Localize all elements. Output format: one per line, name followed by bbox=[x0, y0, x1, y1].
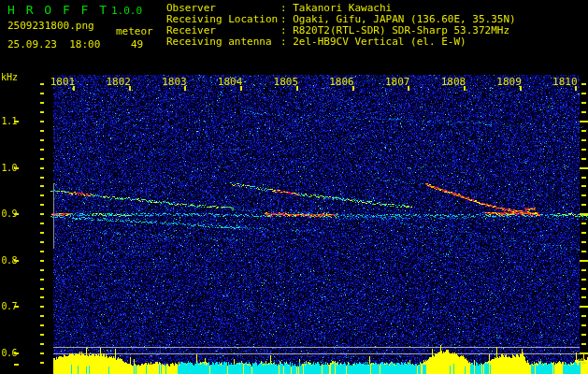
freq-tick-label: 1.0 bbox=[0, 163, 17, 173]
app-version: 1.0.0 bbox=[111, 5, 142, 17]
freq-tick-label: 0.6 bbox=[0, 348, 17, 358]
time-tick-label: 1801 bbox=[50, 76, 76, 88]
hrofft-window: H R O F F T 1.0.0 2509231800.png meteor … bbox=[0, 0, 588, 374]
output-filename: 2509231800.png bbox=[7, 20, 94, 32]
info-row-receiving-antenna: Receiving antenna: 2el-HB9CV Vertical (e… bbox=[166, 36, 466, 48]
echo-count: 49 bbox=[131, 38, 143, 50]
spectrogram-canvas bbox=[0, 0, 588, 374]
freq-tick-label: 1.1 bbox=[0, 116, 17, 126]
freq-tick-label: 0.7 bbox=[0, 301, 17, 311]
freq-axis-unit: kHz bbox=[1, 72, 18, 82]
time-tick-label: 1802 bbox=[106, 76, 132, 88]
freq-tick-label: 0.8 bbox=[0, 255, 17, 266]
mode-label: meteor bbox=[116, 25, 153, 37]
app-title: H R O F F T bbox=[7, 3, 108, 17]
datetime-label: 25.09.23 18:00 bbox=[7, 38, 100, 50]
time-tick-label: 1808 bbox=[440, 76, 466, 88]
freq-tick-label: 0.9 bbox=[0, 209, 17, 219]
time-tick-label: 1810 bbox=[552, 76, 578, 88]
time-tick-label: 1806 bbox=[329, 76, 355, 88]
time-tick-label: 1809 bbox=[496, 76, 523, 88]
time-tick-label: 1805 bbox=[273, 76, 299, 88]
time-tick-label: 1807 bbox=[384, 76, 410, 88]
time-tick-label: 1804 bbox=[217, 76, 243, 88]
time-tick-label: 1803 bbox=[161, 76, 187, 88]
